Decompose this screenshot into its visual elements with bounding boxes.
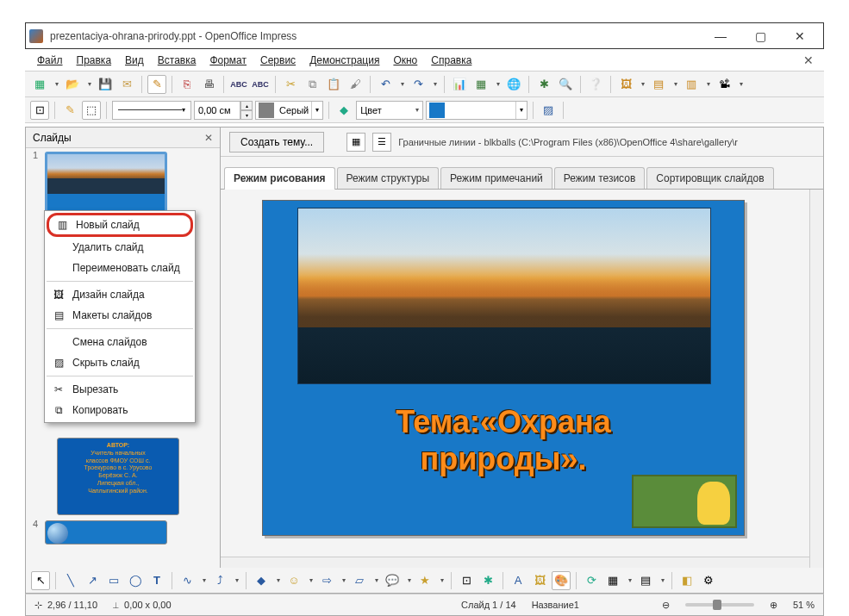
flowchart-tool[interactable]: ▱ [350, 571, 369, 590]
ellipse-tool[interactable]: ◯ [126, 571, 145, 590]
close-doc-button[interactable]: ✕ [798, 53, 819, 67]
export-pdf-button[interactable]: ⎘ [178, 75, 197, 94]
zoom-value[interactable]: 51 % [793, 600, 815, 610]
autospell-button[interactable]: ABC [251, 75, 270, 94]
format-paintbrush-button[interactable]: 🖌 [346, 75, 365, 94]
edit-file-button[interactable]: ✎ [147, 75, 166, 94]
menu-edit[interactable]: Правка [70, 51, 119, 70]
save-button[interactable]: 💾 [96, 75, 115, 94]
ctx-slide-layouts[interactable]: ▤Макеты слайдов [45, 305, 195, 326]
new-doc-button[interactable]: ▦ [30, 75, 49, 94]
curve-tool[interactable]: ∿ [178, 571, 197, 590]
ctx-copy[interactable]: ⧉Копировать [45, 400, 195, 420]
zoom-slider[interactable] [685, 603, 754, 607]
ctx-delete-slide[interactable]: Удалить слайд [45, 237, 195, 258]
glue-points-button[interactable]: ✎ [60, 101, 79, 120]
table-dropdown[interactable] [493, 80, 502, 88]
undo-button[interactable]: ↶ [376, 75, 395, 94]
slide-design-button[interactable]: ▥ [682, 75, 701, 94]
rect-tool[interactable]: ▭ [104, 571, 123, 590]
copy-button[interactable]: ⧉ [303, 75, 321, 94]
tab-notes[interactable]: Режим примечаний [440, 167, 552, 189]
basic-shapes-tool[interactable]: ◆ [252, 571, 271, 590]
paste-button[interactable]: 📋 [324, 75, 343, 94]
zoom-out-button[interactable]: ⊖ [662, 600, 670, 611]
fill-color-combo[interactable]: ▾ [426, 101, 528, 120]
ctx-slide-transition[interactable]: Смена слайдов [45, 332, 195, 352]
zoom-button[interactable]: 🔍 [556, 75, 575, 94]
zoom-in-button[interactable]: ⊕ [770, 600, 777, 611]
line-color-combo[interactable]: Серый ▾ [255, 101, 323, 120]
help-button[interactable]: ❔ [586, 75, 605, 94]
spellcheck-button[interactable]: ABC [229, 75, 248, 94]
from-file-tool[interactable]: 🖼 [530, 571, 549, 590]
chart-button[interactable]: 📊 [450, 75, 469, 94]
gallery-icons-view[interactable]: ▦ [346, 133, 365, 152]
create-theme-button[interactable]: Создать тему... [229, 132, 324, 152]
slide-canvas[interactable]: Тема:«Охрана природы». [262, 200, 745, 536]
gallery-tool[interactable]: 🎨 [552, 571, 571, 590]
fontwork-tool[interactable]: A [509, 571, 528, 590]
table-button[interactable]: ▦ [471, 75, 490, 94]
slide-layout-button[interactable]: ▤ [649, 75, 668, 94]
menu-format[interactable]: Формат [203, 51, 253, 70]
text-tool[interactable]: T [147, 571, 166, 590]
connector-tool[interactable]: ⤴ [210, 571, 229, 590]
menu-file[interactable]: Файл [30, 51, 70, 70]
tab-drawing[interactable]: Режим рисования [224, 167, 335, 190]
line-style-combo[interactable]: ▾ [112, 101, 191, 120]
ctx-new-slide[interactable]: ▥ Новый слайд [48, 215, 191, 235]
block-arrows-tool[interactable]: ⇨ [317, 571, 336, 590]
open-button[interactable]: 📂 [63, 75, 82, 94]
slide-panel-close[interactable]: ✕ [204, 132, 213, 144]
ctx-rename-slide[interactable]: Переименовать слайд [45, 258, 195, 278]
vertical-scrollbar[interactable] [809, 190, 823, 570]
maximize-button[interactable]: ▢ [740, 23, 780, 49]
line-width-input[interactable] [194, 101, 240, 120]
align-tool[interactable]: ▦ [603, 571, 622, 590]
open-dropdown[interactable] [84, 80, 93, 88]
slide-canvas-area[interactable]: Тема:«Охрана природы». [221, 190, 823, 570]
tab-handout[interactable]: Режим тезисов [554, 167, 646, 189]
interaction-tool[interactable]: ⚙ [699, 571, 718, 590]
hyperlink-button[interactable]: 🌐 [504, 75, 523, 94]
fill-mode-combo[interactable]: Цвет▾ [356, 101, 423, 120]
close-button[interactable]: ✕ [780, 23, 820, 49]
menu-insert[interactable]: Вставка [151, 51, 203, 70]
extrusion-tool[interactable]: ◧ [677, 571, 696, 590]
callout-tool[interactable]: 💬 [383, 571, 402, 590]
shadow-button[interactable]: ▨ [539, 101, 558, 120]
stars-tool[interactable]: ★ [415, 571, 434, 590]
undo-dropdown[interactable] [397, 80, 406, 88]
select-tool[interactable]: ↖ [31, 571, 50, 590]
slide-thumb-3[interactable]: АВТОР: Учитель начальных классов ФМОУ СО… [57, 438, 179, 515]
arrange-tool[interactable]: ▤ [636, 571, 655, 590]
tab-outline[interactable]: Режим структуры [337, 167, 440, 189]
redo-dropdown[interactable] [430, 80, 439, 88]
arrow-tool[interactable]: ↗ [83, 571, 102, 590]
rotate-tool[interactable]: ⟳ [582, 571, 601, 590]
email-button[interactable]: ✉ [117, 75, 136, 94]
menu-help[interactable]: Справка [424, 51, 478, 70]
toggle-extrusion-button[interactable]: ⬚ [82, 101, 101, 120]
gluepoints-tool[interactable]: ✱ [478, 571, 497, 590]
print-button[interactable]: 🖶 [199, 75, 218, 94]
line-width-spinner[interactable]: ▴▾ [194, 101, 253, 120]
line-tool[interactable]: ╲ [61, 571, 80, 590]
gallery-list-view[interactable]: ☰ [372, 133, 391, 152]
menu-slideshow[interactable]: Демонстрация [303, 51, 386, 70]
slide-thumb-4[interactable] [45, 520, 167, 544]
menu-window[interactable]: Окно [386, 51, 424, 70]
navigator-button[interactable]: ✱ [534, 75, 553, 94]
edit-points-button[interactable]: ⊡ [30, 101, 49, 120]
ctx-slide-design[interactable]: 🖼Дизайн слайда [45, 284, 195, 305]
points-tool[interactable]: ⊡ [457, 571, 476, 590]
minimize-button[interactable]: — [701, 23, 740, 49]
new-doc-dropdown[interactable] [52, 80, 60, 88]
gallery-button[interactable]: 🖼 [616, 75, 635, 94]
menu-view[interactable]: Вид [118, 51, 151, 70]
redo-button[interactable]: ↷ [409, 75, 428, 94]
menu-tools[interactable]: Сервис [253, 51, 303, 70]
area-button[interactable]: ◆ [334, 101, 353, 120]
symbol-shapes-tool[interactable]: ☺ [284, 571, 303, 590]
